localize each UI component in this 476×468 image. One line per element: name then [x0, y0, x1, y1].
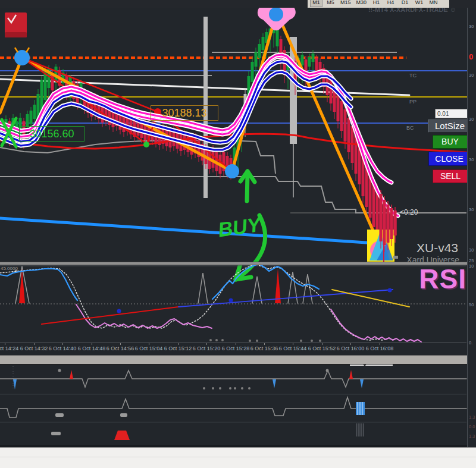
rsi-value-label: 45.0000 — [1, 266, 18, 271]
time-axis-label: 6 Oct 14:48 — [78, 345, 106, 351]
lot-size-input[interactable] — [435, 109, 469, 118]
time-axis-tick — [149, 343, 149, 345]
timeframe-button-h1[interactable]: H1 — [370, 0, 383, 7]
timeframe-button-w1[interactable]: W1 — [413, 0, 425, 7]
timeframe-button-h4[interactable]: H4 — [384, 0, 397, 7]
timeframe-button-d1[interactable]: D1 — [399, 0, 411, 7]
price-axis-label: 30 — [469, 24, 474, 29]
time-axis: 6 Oct 14:246 Oct 14:326 Oct 14:406 Oct 1… — [0, 343, 467, 353]
time-axis-label: 6 Oct 15:28 — [222, 345, 250, 351]
time-axis-label: 6 Oct 14:40 — [49, 345, 77, 351]
mt4-window: M1M5M15M30H1H4D1W1MN BUY !!-MT4 X-XARDFX… — [0, 0, 476, 468]
sell-button[interactable]: SELL — [433, 169, 468, 183]
status-bar-divider — [0, 457, 476, 457]
timeframe-button-m15[interactable]: M15 — [339, 0, 353, 7]
time-axis-label: 6 Oct 15:20 — [193, 345, 221, 351]
time-axis-tick — [92, 343, 92, 345]
timeframe-button-m30[interactable]: M30 — [355, 0, 369, 7]
price-axis-label: 25 — [469, 258, 474, 263]
time-axis-label: 6 Oct 14:24 — [0, 345, 18, 351]
price-axis-label: 1.3 — [469, 434, 475, 439]
price-axis-label: 30 — [469, 247, 474, 253]
time-axis-tick — [293, 343, 293, 345]
time-axis-label: 6 Oct 15:12 — [164, 345, 192, 351]
price-axis-label: 10 — [469, 263, 474, 269]
close-button[interactable]: CLOSE — [428, 152, 470, 166]
price-axis-label: 0. — [469, 340, 472, 345]
time-axis-tick — [350, 343, 351, 345]
bc-level-label: BC — [406, 125, 414, 131]
price-axis[interactable]: 30303030303002510500.1.30.01.3 — [467, 8, 476, 447]
timeframe-toolbar: M1M5M15M30H1H4D1W1MN — [308, 0, 449, 8]
time-axis-label: 6 Oct 15:36 — [250, 345, 278, 351]
candle-countdown: <0:20 — [400, 208, 418, 216]
time-axis-tick — [178, 343, 178, 345]
timeframe-button-m5[interactable]: M5 — [324, 0, 337, 7]
time-axis-tick — [322, 343, 322, 345]
pp-level-label: PP — [409, 99, 416, 105]
time-axis-label: 6 Oct 15:44 — [279, 345, 307, 351]
price-axis-label: 30 — [469, 73, 474, 78]
price-axis-label: 0.0 — [469, 424, 475, 429]
panel-splitter-bottom[interactable] — [0, 355, 476, 365]
price-axis-label: 30 — [469, 157, 474, 162]
price-axis-label: 1.3 — [469, 414, 475, 420]
time-axis-label: 6 Oct 15:52 — [308, 345, 336, 351]
price-axis-label: 0 — [469, 52, 473, 61]
chart-canvas[interactable]: BUY — [0, 0, 476, 447]
status-bar — [0, 447, 476, 468]
tc-level-label: TC — [409, 73, 416, 78]
template-version-label: XU-v43 — [416, 241, 458, 255]
time-axis-tick — [380, 343, 380, 345]
time-axis-label: 6 Oct 15:04 — [135, 345, 163, 351]
panel-splitter-top[interactable] — [0, 262, 476, 265]
time-axis-label: 6 Oct 16:00 — [337, 345, 365, 351]
price-axis-label: 30 — [469, 207, 474, 212]
buy-button[interactable]: BUY — [433, 135, 468, 149]
lot-size-button[interactable]: LotSize — [428, 120, 472, 133]
broker-logo — [5, 12, 27, 37]
price-label-lower: 30156.60 — [19, 126, 84, 142]
svg-text:BUY: BUY — [217, 212, 264, 241]
time-axis-tick — [62, 343, 63, 345]
price-axis-label: 50 — [469, 302, 474, 307]
time-axis-label: 6 Oct 16:08 — [366, 345, 394, 351]
price-axis-label: 30 — [469, 117, 474, 122]
time-axis-tick — [264, 343, 265, 345]
time-axis-label: 6 Oct 14:56 — [107, 345, 134, 351]
rsi-panel-label: RSI — [419, 263, 466, 295]
time-axis-label: 6 Oct 14:32 — [20, 345, 48, 351]
time-axis-tick — [5, 343, 5, 345]
timeframe-button-m1[interactable]: M1 — [310, 0, 322, 7]
timeframe-button-mn[interactable]: MN — [427, 0, 440, 7]
time-axis-tick — [34, 343, 35, 345]
price-label-upper: 30188.13 — [151, 105, 218, 121]
time-axis-tick — [120, 343, 121, 345]
time-axis-tick — [236, 343, 236, 345]
time-axis-tick — [206, 343, 207, 345]
